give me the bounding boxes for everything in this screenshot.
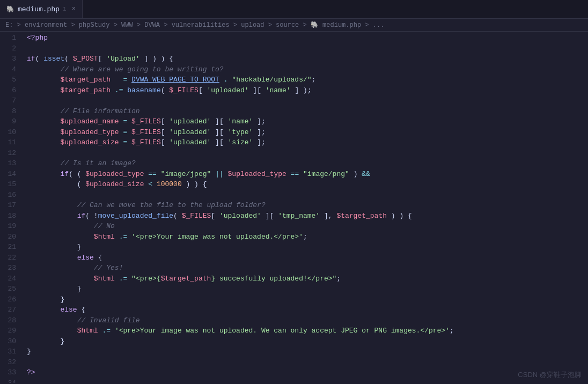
code-line-5: $target_path = DVWA_WEB_PAGE_TO_ROOT . "… (27, 75, 588, 85)
code-line-10: $uploaded_type = $_FILES[ 'uploaded' ][ … (27, 127, 588, 138)
code-line-31: } (27, 346, 588, 357)
code-line-23: // Yes! (27, 263, 588, 274)
code-line-28: // Invalid file (27, 315, 588, 326)
tab-bar: 🐘 medium.php 1 × (0, 0, 588, 19)
watermark: CSDN @穿鞋子泡脚 (518, 370, 582, 380)
code-editor: 1 2 3 4 5 6 7 8 9 10 11 12 13 14 15 16 1… (0, 32, 588, 383)
code-line-6: $target_path .= basename( $_FILES[ 'uplo… (27, 85, 588, 96)
line-numbers: 1 2 3 4 5 6 7 8 9 10 11 12 13 14 15 16 1… (0, 32, 23, 383)
code-line-9: $uploaded_name = $_FILES[ 'uploaded' ][ … (27, 116, 588, 127)
code-line-22: else { (27, 253, 588, 263)
code-line-4: // Where are we going to be writing to? (27, 64, 588, 75)
code-line-21: } (27, 242, 588, 253)
code-line-34 (27, 378, 588, 383)
code-line-8: // File information (27, 106, 588, 117)
tab-close-button[interactable]: × (72, 5, 76, 13)
code-line-7 (27, 95, 588, 106)
php-file-icon: 🐘 (6, 5, 14, 13)
code-line-30: } (27, 336, 588, 347)
code-line-2 (27, 43, 588, 54)
code-line-27: else { (27, 305, 588, 315)
code-content: <?php if( isset( $_POST[ 'Upload' ] ) ) … (23, 32, 588, 383)
breadcrumb-path: E: > environment > phpStudy > WWW > DVWA… (5, 21, 384, 29)
code-line-32 (27, 357, 588, 368)
code-line-1: <?php (27, 33, 588, 43)
code-line-25: } (27, 284, 588, 294)
code-line-13: // Is it an image? (27, 158, 588, 169)
code-line-24: $html .= "<pre>{$target_path} succesfull… (27, 274, 588, 284)
code-line-20: $html .= '<pre>Your image was not upload… (27, 232, 588, 242)
code-line-12 (27, 148, 588, 159)
breadcrumb: E: > environment > phpStudy > WWW > DVWA… (0, 19, 588, 32)
code-line-11: $uploaded_size = $_FILES[ 'uploaded' ][ … (27, 137, 588, 148)
code-line-26: } (27, 294, 588, 305)
code-line-17: // Can we move the file to the upload fo… (27, 200, 588, 211)
code-line-3: if( isset( $_POST[ 'Upload' ] ) ) { (27, 54, 588, 64)
code-line-18: if( !move_uploaded_file( $_FILES[ 'uploa… (27, 211, 588, 221)
code-line-19: // No (27, 221, 588, 232)
tab-number: 1 (63, 6, 67, 12)
code-line-14: if( ( $uploaded_type == "image/jpeg" || … (27, 169, 588, 180)
code-line-15: ( $uploaded_size < 100000 ) ) { (27, 179, 588, 190)
code-line-16 (27, 190, 588, 201)
tab-filename: medium.php (18, 5, 60, 13)
code-line-33: ?> (27, 367, 588, 378)
code-line-29: $html .= '<pre>Your image was not upload… (27, 326, 588, 336)
active-tab[interactable]: 🐘 medium.php 1 × (0, 0, 83, 18)
